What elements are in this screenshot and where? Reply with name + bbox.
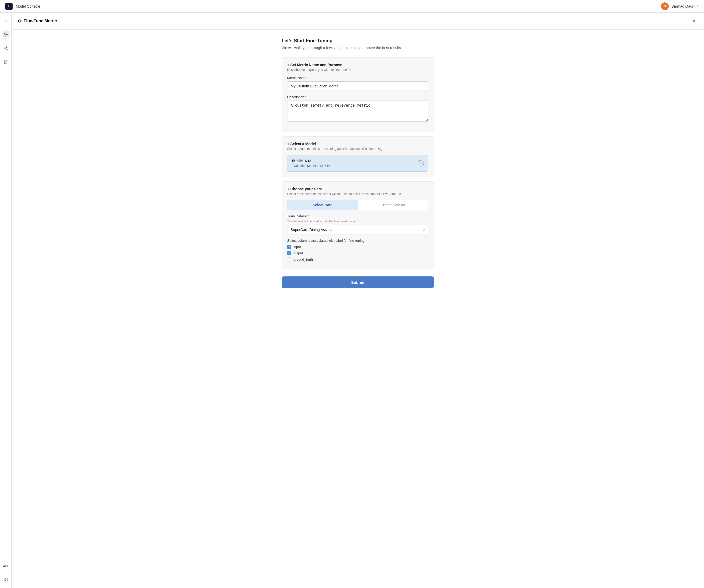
sidebar-item-api[interactable]: API — [2, 562, 10, 570]
metric-name-field: Metric Name * — [287, 76, 428, 91]
avatar: S — [661, 2, 669, 10]
meta-dot — [317, 165, 318, 166]
svg-point-3 — [6, 49, 7, 50]
required-star-cols: * — [365, 239, 367, 243]
token-icon: ⌘ — [320, 164, 323, 168]
train-dataset-field: Train Dataset * This dataset will be use… — [287, 214, 428, 234]
topbar-right: S Sarmad Qadri ∨ — [661, 2, 699, 10]
svg-point-0 — [5, 34, 6, 36]
columns-section: Select columns associated with label for… — [287, 239, 428, 261]
required-star-desc: * — [305, 95, 306, 99]
checkbox-row-output: output — [287, 251, 428, 255]
chevron-down-icon[interactable]: ∨ — [697, 5, 699, 8]
app-title: Model Console — [16, 4, 40, 8]
svg-rect-7 — [6, 578, 7, 579]
sidebar-item-share[interactable] — [2, 44, 10, 53]
checkbox-row-input: input — [287, 245, 428, 249]
checkbox-label-input: input — [293, 245, 301, 249]
api-label: API — [3, 565, 8, 568]
dataset-input-wrap: ✕ — [287, 225, 428, 234]
checkbox-input[interactable] — [287, 245, 291, 249]
description-field: Description * A custom safety and releva… — [287, 95, 428, 122]
tab-create-dataset[interactable]: Create Dataset — [358, 200, 428, 210]
section-model-subtitle: Select a base model as the starting poin… — [287, 147, 428, 151]
svg-rect-8 — [6, 580, 7, 581]
section-model-title: + Select a Model — [287, 142, 428, 146]
checkbox-label-output: output — [293, 251, 303, 255]
topbar: Um Model Console S Sarmad Qadri ∨ — [0, 0, 704, 13]
sidebar-item-docs[interactable] — [2, 58, 10, 66]
model-name: ⚙ alBERTa — [292, 159, 330, 163]
checkbox-output[interactable] — [287, 251, 291, 255]
description-label: Description * — [287, 95, 428, 99]
user-name: Sarmad Qadri — [671, 4, 694, 8]
tab-select-data[interactable]: Select Data — [287, 200, 358, 210]
svg-point-2 — [4, 48, 5, 49]
form-content: Let's Start Fine-Tuning We will walk you… — [276, 30, 439, 304]
sidebar-item-home[interactable]: ⌂ — [2, 17, 10, 25]
model-icon: ⚙ — [292, 159, 295, 163]
content-area: ⚙ Fine-Tune Metric ✕ Let's Start Fine-Tu… — [11, 13, 704, 588]
panel-header: ⚙ Fine-Tune Metric ✕ — [11, 13, 704, 30]
checkbox-ground-truth[interactable] — [287, 257, 291, 261]
model-card[interactable]: ⚙ alBERTa Evaluation Model ⌘ 512 i — [287, 155, 428, 172]
train-dataset-hint: This dataset will be used to train the f… — [287, 220, 428, 223]
svg-rect-6 — [4, 578, 5, 579]
form-heading: Let's Start Fine-Tuning — [282, 38, 434, 44]
form-subheading: We will walk you through a few simple st… — [282, 46, 434, 50]
model-info-button[interactable]: i — [418, 160, 424, 166]
section-model: + Select a Model Select a base model as … — [282, 136, 434, 177]
fine-tune-icon: ⚙ — [18, 19, 21, 23]
close-button[interactable]: ✕ — [690, 17, 698, 25]
svg-point-1 — [6, 47, 7, 48]
section-metric-subtitle: Describe the purpose you wish to fine-tu… — [287, 68, 428, 72]
train-dataset-label: Train Dataset * — [287, 214, 428, 218]
train-dataset-input[interactable] — [287, 225, 428, 234]
checkbox-label-ground-truth: ground_truth — [293, 257, 313, 261]
section-metric: + Set Metric Name and Purpose Describe t… — [282, 57, 434, 132]
metric-name-input[interactable] — [287, 81, 428, 91]
sidebar-item-models[interactable] — [2, 31, 10, 39]
data-tab-row: Select Data Create Dataset — [287, 200, 428, 210]
sidebar: ⌂ API — [0, 13, 11, 588]
main-layout: ⌂ API — [0, 13, 704, 588]
topbar-left: Um Model Console — [5, 3, 40, 10]
required-star-dataset: * — [308, 215, 310, 218]
section-metric-title: + Set Metric Name and Purpose — [287, 63, 428, 67]
metric-name-label: Metric Name * — [287, 76, 428, 80]
section-data-title: + Choose your Data — [287, 187, 428, 191]
description-input[interactable]: A custom safety and relevance metric — [287, 101, 428, 122]
required-star: * — [307, 76, 309, 80]
panel-title-text: Fine-Tune Metric — [23, 19, 57, 23]
section-data: + Choose your Data Select the labeled da… — [282, 181, 434, 269]
submit-button[interactable]: Submit — [282, 277, 434, 288]
model-meta: Evaluation Model ⌘ 512 — [292, 164, 330, 168]
columns-label: Select columns associated with label for… — [287, 239, 428, 243]
svg-rect-9 — [4, 580, 5, 581]
section-data-subtitle: Select the labeled datasets that will be… — [287, 192, 428, 196]
clear-dataset-button[interactable]: ✕ — [423, 228, 426, 232]
checkbox-row-ground-truth: ground_truth — [287, 257, 428, 261]
logo: Um — [5, 3, 13, 10]
panel-title: ⚙ Fine-Tune Metric — [18, 19, 57, 23]
model-info: ⚙ alBERTa Evaluation Model ⌘ 512 — [292, 159, 330, 168]
sidebar-item-grid[interactable] — [2, 575, 10, 584]
